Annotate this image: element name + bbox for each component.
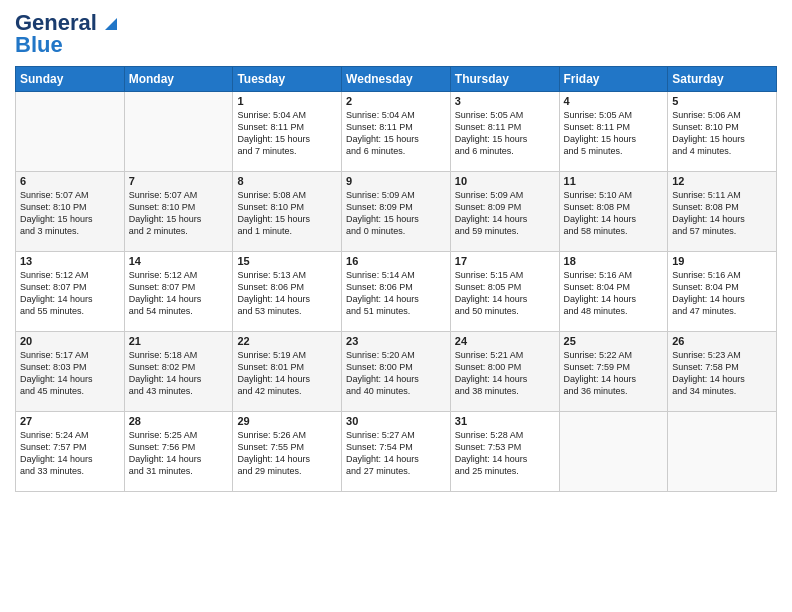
day-info: Sunrise: 5:18 AM Sunset: 8:02 PM Dayligh… bbox=[129, 349, 229, 398]
day-info: Sunrise: 5:13 AM Sunset: 8:06 PM Dayligh… bbox=[237, 269, 337, 318]
week-row-4: 20Sunrise: 5:17 AM Sunset: 8:03 PM Dayli… bbox=[16, 332, 777, 412]
week-row-2: 6Sunrise: 5:07 AM Sunset: 8:10 PM Daylig… bbox=[16, 172, 777, 252]
calendar-table: SundayMondayTuesdayWednesdayThursdayFrid… bbox=[15, 66, 777, 492]
week-row-5: 27Sunrise: 5:24 AM Sunset: 7:57 PM Dayli… bbox=[16, 412, 777, 492]
calendar-cell: 15Sunrise: 5:13 AM Sunset: 8:06 PM Dayli… bbox=[233, 252, 342, 332]
day-number: 30 bbox=[346, 415, 446, 427]
day-number: 11 bbox=[564, 175, 664, 187]
day-info: Sunrise: 5:21 AM Sunset: 8:00 PM Dayligh… bbox=[455, 349, 555, 398]
col-header-monday: Monday bbox=[124, 67, 233, 92]
svg-marker-0 bbox=[105, 18, 117, 30]
day-number: 4 bbox=[564, 95, 664, 107]
day-info: Sunrise: 5:23 AM Sunset: 7:58 PM Dayligh… bbox=[672, 349, 772, 398]
calendar-cell: 4Sunrise: 5:05 AM Sunset: 8:11 PM Daylig… bbox=[559, 92, 668, 172]
day-info: Sunrise: 5:20 AM Sunset: 8:00 PM Dayligh… bbox=[346, 349, 446, 398]
calendar-cell: 17Sunrise: 5:15 AM Sunset: 8:05 PM Dayli… bbox=[450, 252, 559, 332]
col-header-sunday: Sunday bbox=[16, 67, 125, 92]
calendar-cell: 2Sunrise: 5:04 AM Sunset: 8:11 PM Daylig… bbox=[342, 92, 451, 172]
calendar-cell: 21Sunrise: 5:18 AM Sunset: 8:02 PM Dayli… bbox=[124, 332, 233, 412]
calendar-cell: 13Sunrise: 5:12 AM Sunset: 8:07 PM Dayli… bbox=[16, 252, 125, 332]
calendar-cell: 29Sunrise: 5:26 AM Sunset: 7:55 PM Dayli… bbox=[233, 412, 342, 492]
week-row-3: 13Sunrise: 5:12 AM Sunset: 8:07 PM Dayli… bbox=[16, 252, 777, 332]
calendar-cell: 9Sunrise: 5:09 AM Sunset: 8:09 PM Daylig… bbox=[342, 172, 451, 252]
day-number: 8 bbox=[237, 175, 337, 187]
header-row: SundayMondayTuesdayWednesdayThursdayFrid… bbox=[16, 67, 777, 92]
logo: General Blue bbox=[15, 10, 121, 58]
day-info: Sunrise: 5:07 AM Sunset: 8:10 PM Dayligh… bbox=[20, 189, 120, 238]
week-row-1: 1Sunrise: 5:04 AM Sunset: 8:11 PM Daylig… bbox=[16, 92, 777, 172]
day-info: Sunrise: 5:14 AM Sunset: 8:06 PM Dayligh… bbox=[346, 269, 446, 318]
day-info: Sunrise: 5:09 AM Sunset: 8:09 PM Dayligh… bbox=[455, 189, 555, 238]
calendar-cell: 28Sunrise: 5:25 AM Sunset: 7:56 PM Dayli… bbox=[124, 412, 233, 492]
day-number: 5 bbox=[672, 95, 772, 107]
logo-icon bbox=[99, 12, 121, 34]
calendar-cell: 7Sunrise: 5:07 AM Sunset: 8:10 PM Daylig… bbox=[124, 172, 233, 252]
day-info: Sunrise: 5:28 AM Sunset: 7:53 PM Dayligh… bbox=[455, 429, 555, 478]
day-number: 23 bbox=[346, 335, 446, 347]
day-info: Sunrise: 5:16 AM Sunset: 8:04 PM Dayligh… bbox=[564, 269, 664, 318]
logo-blue: Blue bbox=[15, 32, 63, 58]
day-number: 13 bbox=[20, 255, 120, 267]
day-number: 9 bbox=[346, 175, 446, 187]
page: General Blue SundayMondayTuesdayWednesda… bbox=[0, 0, 792, 612]
header: General Blue bbox=[15, 10, 777, 58]
calendar-cell: 16Sunrise: 5:14 AM Sunset: 8:06 PM Dayli… bbox=[342, 252, 451, 332]
calendar-cell: 31Sunrise: 5:28 AM Sunset: 7:53 PM Dayli… bbox=[450, 412, 559, 492]
day-number: 22 bbox=[237, 335, 337, 347]
calendar-cell: 12Sunrise: 5:11 AM Sunset: 8:08 PM Dayli… bbox=[668, 172, 777, 252]
calendar-cell: 8Sunrise: 5:08 AM Sunset: 8:10 PM Daylig… bbox=[233, 172, 342, 252]
day-number: 24 bbox=[455, 335, 555, 347]
day-info: Sunrise: 5:22 AM Sunset: 7:59 PM Dayligh… bbox=[564, 349, 664, 398]
day-number: 6 bbox=[20, 175, 120, 187]
day-number: 17 bbox=[455, 255, 555, 267]
calendar-cell: 27Sunrise: 5:24 AM Sunset: 7:57 PM Dayli… bbox=[16, 412, 125, 492]
day-info: Sunrise: 5:08 AM Sunset: 8:10 PM Dayligh… bbox=[237, 189, 337, 238]
day-number: 16 bbox=[346, 255, 446, 267]
day-number: 20 bbox=[20, 335, 120, 347]
calendar-cell: 23Sunrise: 5:20 AM Sunset: 8:00 PM Dayli… bbox=[342, 332, 451, 412]
day-number: 10 bbox=[455, 175, 555, 187]
day-info: Sunrise: 5:07 AM Sunset: 8:10 PM Dayligh… bbox=[129, 189, 229, 238]
day-number: 28 bbox=[129, 415, 229, 427]
calendar-cell: 6Sunrise: 5:07 AM Sunset: 8:10 PM Daylig… bbox=[16, 172, 125, 252]
day-info: Sunrise: 5:25 AM Sunset: 7:56 PM Dayligh… bbox=[129, 429, 229, 478]
day-number: 26 bbox=[672, 335, 772, 347]
calendar-cell: 20Sunrise: 5:17 AM Sunset: 8:03 PM Dayli… bbox=[16, 332, 125, 412]
col-header-thursday: Thursday bbox=[450, 67, 559, 92]
day-number: 18 bbox=[564, 255, 664, 267]
day-number: 19 bbox=[672, 255, 772, 267]
calendar-cell: 10Sunrise: 5:09 AM Sunset: 8:09 PM Dayli… bbox=[450, 172, 559, 252]
day-info: Sunrise: 5:16 AM Sunset: 8:04 PM Dayligh… bbox=[672, 269, 772, 318]
day-number: 14 bbox=[129, 255, 229, 267]
calendar-cell: 14Sunrise: 5:12 AM Sunset: 8:07 PM Dayli… bbox=[124, 252, 233, 332]
day-number: 21 bbox=[129, 335, 229, 347]
day-info: Sunrise: 5:26 AM Sunset: 7:55 PM Dayligh… bbox=[237, 429, 337, 478]
col-header-tuesday: Tuesday bbox=[233, 67, 342, 92]
day-info: Sunrise: 5:12 AM Sunset: 8:07 PM Dayligh… bbox=[20, 269, 120, 318]
day-info: Sunrise: 5:06 AM Sunset: 8:10 PM Dayligh… bbox=[672, 109, 772, 158]
day-number: 3 bbox=[455, 95, 555, 107]
day-info: Sunrise: 5:04 AM Sunset: 8:11 PM Dayligh… bbox=[346, 109, 446, 158]
day-number: 12 bbox=[672, 175, 772, 187]
day-number: 1 bbox=[237, 95, 337, 107]
calendar-cell bbox=[559, 412, 668, 492]
calendar-cell: 25Sunrise: 5:22 AM Sunset: 7:59 PM Dayli… bbox=[559, 332, 668, 412]
calendar-cell: 5Sunrise: 5:06 AM Sunset: 8:10 PM Daylig… bbox=[668, 92, 777, 172]
day-info: Sunrise: 5:19 AM Sunset: 8:01 PM Dayligh… bbox=[237, 349, 337, 398]
day-info: Sunrise: 5:05 AM Sunset: 8:11 PM Dayligh… bbox=[455, 109, 555, 158]
day-number: 15 bbox=[237, 255, 337, 267]
day-number: 29 bbox=[237, 415, 337, 427]
day-info: Sunrise: 5:27 AM Sunset: 7:54 PM Dayligh… bbox=[346, 429, 446, 478]
calendar-cell: 18Sunrise: 5:16 AM Sunset: 8:04 PM Dayli… bbox=[559, 252, 668, 332]
day-number: 31 bbox=[455, 415, 555, 427]
calendar-cell: 22Sunrise: 5:19 AM Sunset: 8:01 PM Dayli… bbox=[233, 332, 342, 412]
calendar-cell: 19Sunrise: 5:16 AM Sunset: 8:04 PM Dayli… bbox=[668, 252, 777, 332]
day-info: Sunrise: 5:04 AM Sunset: 8:11 PM Dayligh… bbox=[237, 109, 337, 158]
calendar-cell bbox=[668, 412, 777, 492]
day-info: Sunrise: 5:05 AM Sunset: 8:11 PM Dayligh… bbox=[564, 109, 664, 158]
day-info: Sunrise: 5:15 AM Sunset: 8:05 PM Dayligh… bbox=[455, 269, 555, 318]
calendar-cell bbox=[124, 92, 233, 172]
calendar-cell: 30Sunrise: 5:27 AM Sunset: 7:54 PM Dayli… bbox=[342, 412, 451, 492]
day-info: Sunrise: 5:09 AM Sunset: 8:09 PM Dayligh… bbox=[346, 189, 446, 238]
calendar-cell: 11Sunrise: 5:10 AM Sunset: 8:08 PM Dayli… bbox=[559, 172, 668, 252]
